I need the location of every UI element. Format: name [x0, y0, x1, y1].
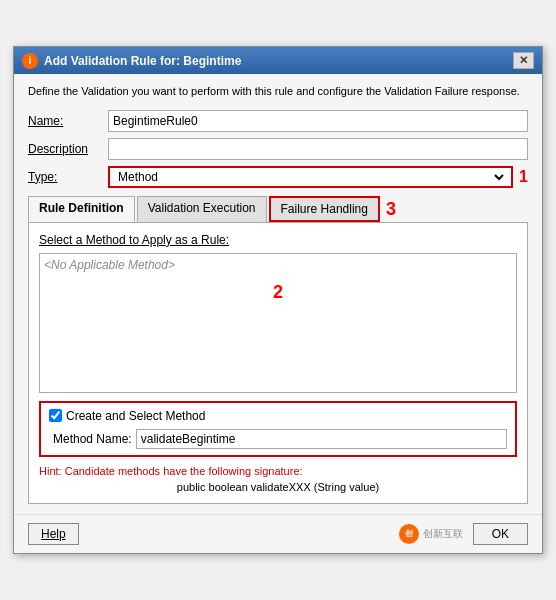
tabs-area: Rule Definition Validation Execution Fai… [28, 196, 528, 222]
type-row: Type: Method 1 [28, 166, 528, 188]
ok-button[interactable]: OK [473, 523, 528, 545]
select-method-label: Select a Method to Apply as a Rule: [39, 233, 517, 247]
method-list-placeholder: <No Applicable Method> [44, 258, 175, 272]
watermark: 创 创新互联 [399, 524, 463, 544]
tab-rule-definition[interactable]: Rule Definition [28, 196, 135, 222]
tab-failure-handling[interactable]: Failure Handling [269, 196, 380, 222]
hint-text: Candidate methods have the following sig… [65, 465, 303, 477]
method-list[interactable]: <No Applicable Method> 2 [39, 253, 517, 393]
dialog-title: Add Validation Rule for: Begintime [44, 54, 241, 68]
type-select[interactable]: Method [114, 169, 507, 185]
watermark-logo: 创 [399, 524, 419, 544]
name-input[interactable] [108, 110, 528, 132]
dialog-body: Define the Validation you want to perfor… [14, 74, 542, 513]
hint-label: Hint: [39, 465, 62, 477]
type-label: Type: [28, 170, 108, 184]
method-name-row: Method Name: [53, 429, 507, 449]
footer: Help 创 创新互联 OK [14, 514, 542, 553]
description-label: Description [28, 142, 108, 156]
intro-text: Define the Validation you want to perfor… [28, 84, 528, 99]
create-method-label: Create and Select Method [66, 409, 205, 423]
tab-validation-execution[interactable]: Validation Execution [137, 196, 267, 222]
footer-right: 创 创新互联 OK [399, 523, 528, 545]
title-bar: i Add Validation Rule for: Begintime ✕ [14, 47, 542, 74]
hint-section: Hint: Candidate methods have the followi… [39, 465, 517, 477]
area-number: 2 [44, 282, 512, 303]
name-label: Name: [28, 114, 108, 128]
name-row: Name: [28, 110, 528, 132]
dialog: i Add Validation Rule for: Begintime ✕ D… [13, 46, 543, 553]
tab-number: 3 [386, 199, 396, 220]
close-button[interactable]: ✕ [513, 52, 534, 69]
description-row: Description [28, 138, 528, 160]
description-input[interactable] [108, 138, 528, 160]
tab-panel: Select a Method to Apply as a Rule: <No … [28, 222, 528, 504]
type-container: Method 1 [108, 166, 528, 188]
watermark-text: 创新互联 [423, 527, 463, 541]
type-select-box: Method [108, 166, 513, 188]
signature-text: public boolean validateXXX (String value… [39, 481, 517, 493]
footer-left: Help [28, 523, 79, 545]
checkbox-row: Create and Select Method [49, 409, 507, 423]
title-bar-left: i Add Validation Rule for: Begintime [22, 53, 241, 69]
create-method-checkbox[interactable] [49, 409, 62, 422]
tabs-container: Rule Definition Validation Execution Fai… [28, 196, 382, 222]
type-number: 1 [519, 168, 528, 186]
method-name-input[interactable] [136, 429, 507, 449]
help-button[interactable]: Help [28, 523, 79, 545]
app-icon: i [22, 53, 38, 69]
create-method-section: Create and Select Method Method Name: [39, 401, 517, 457]
method-name-label: Method Name: [53, 432, 132, 446]
